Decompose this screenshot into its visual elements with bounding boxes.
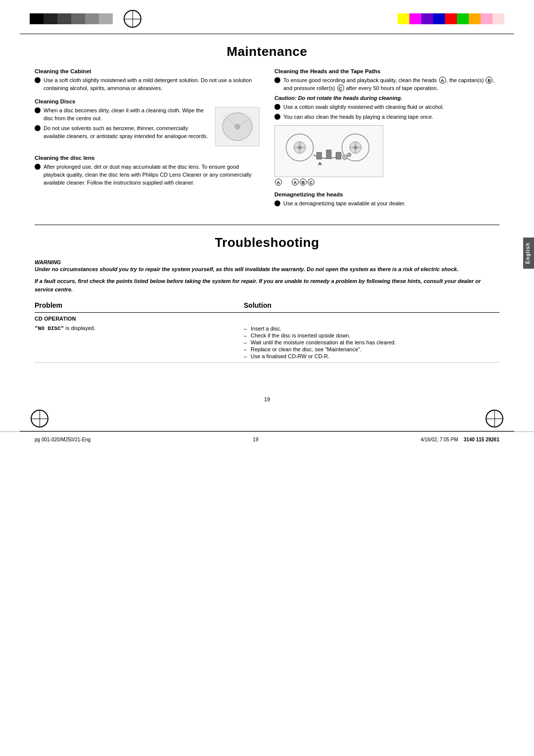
color-swatch-orange [469, 13, 481, 24]
problem-cell: "NO DISC" is displayed. [35, 323, 244, 363]
maintenance-title: Maintenance [35, 44, 499, 59]
page-number-area: 19 [0, 392, 534, 406]
solution-header: Solution [244, 299, 499, 313]
warning-block: WARNING Under no circumstances should yo… [35, 259, 499, 294]
table-header-row: Problem Solution [35, 299, 499, 313]
footer: pg 001-020/M250/21-Eng 19 4/16/02, 7:05 … [0, 431, 534, 447]
bullet-dot [274, 77, 280, 83]
page-number-center: 19 [0, 392, 534, 406]
color-swatch-light-pink [492, 13, 504, 24]
color-swatch-pink [481, 13, 492, 24]
crosshair-symbol-bl [31, 410, 48, 427]
cleaning-cabinet-text: Use a soft cloth slightly moistened with… [44, 77, 260, 93]
bottom-markers [0, 406, 534, 431]
problem-header: Problem [35, 299, 244, 313]
circle-c: C [308, 179, 314, 186]
bullet-item: After prolonged use, dirt or dust may ac… [35, 163, 260, 187]
tape-label-a: A [274, 179, 282, 186]
svg-point-18 [347, 153, 351, 157]
svg-rect-16 [336, 152, 341, 159]
cleaning-heads-text-3: You can also clean the heads by playing … [283, 113, 499, 121]
color-bar-area [0, 0, 534, 34]
bullet-item: Use a demagnetizing tape available at yo… [274, 200, 499, 208]
problem-solution-table: Problem Solution CD OPERATION "NO DISC" … [35, 299, 499, 363]
maintenance-section: Maintenance Cleaning the Cabinet Use a s… [0, 34, 534, 215]
tape-label-ab: ABC [291, 179, 315, 186]
cleaning-disc-lens-text: After prolonged use, dirt or dust may ac… [44, 163, 260, 187]
color-swatch-magenta [409, 13, 421, 24]
color-bar-right [398, 13, 504, 24]
tape-diagram-container: A A ABC [274, 125, 499, 186]
disc-image [215, 107, 260, 146]
circle-a2: A [292, 179, 299, 186]
list-item: Wait until the moisture condensation at … [244, 339, 499, 346]
tape-diagram-labels: A ABC [274, 179, 499, 186]
color-swatch-green [457, 13, 469, 24]
color-bar-left [30, 13, 113, 24]
warning-text: Under no circumstances should you try to… [35, 265, 499, 274]
maintenance-columns: Cleaning the Cabinet Use a soft cloth sl… [35, 68, 499, 210]
cleaning-heads-text-2: Use a cotton swab slightly moistened wit… [283, 103, 499, 111]
circle-a: A [275, 179, 282, 186]
label-c: C [337, 85, 344, 92]
svg-rect-14 [316, 152, 321, 159]
table-row: "NO DISC" is displayed. Insert a disc. C… [35, 323, 499, 363]
label-b: B [486, 77, 492, 84]
color-swatch [99, 13, 113, 24]
no-disc-label: is displayed. [64, 325, 95, 331]
list-item: Check if the disc is inserted upside dow… [244, 332, 499, 339]
cleaning-disc-lens-title: Cleaning the disc lens [35, 155, 260, 161]
label-a-svg: A [318, 161, 321, 166]
caution-text: Caution: Do not rotate the heads during … [274, 95, 499, 101]
cleaning-discs-content: When a disc becomes dirty, clean it with… [35, 107, 260, 149]
right-column: Cleaning the Heads and the Tape Paths To… [274, 68, 499, 210]
troubleshooting-section: Troubleshooting WARNING Under no circums… [0, 235, 534, 363]
circle-b: B [300, 179, 307, 186]
bullet-item: Use a cotton swab slightly moistened wit… [274, 103, 499, 111]
footer-right: 4/16/02, 7:05 PM 3140 115 29261 [420, 437, 499, 442]
crosshair-bottom-right [480, 409, 509, 428]
color-swatch [57, 13, 71, 24]
cleaning-heads-title: Cleaning the Heads and the Tape Paths [274, 68, 499, 74]
demagnetizing-text: Use a demagnetizing tape available at yo… [283, 200, 499, 208]
color-swatch-red [445, 13, 457, 24]
svg-rect-15 [326, 150, 331, 159]
crosshair-bottom-left [25, 409, 54, 428]
color-swatch [44, 13, 57, 24]
crosshair-symbol-br [486, 410, 503, 427]
crosshair-left [118, 9, 147, 29]
bullet-item: When a disc becomes dirty, clean it with… [35, 107, 210, 123]
color-swatch [85, 13, 99, 24]
label-a: A [439, 77, 446, 84]
color-swatch-yellow [398, 13, 409, 24]
section-divider [35, 225, 499, 225]
cleaning-discs-text-1: When a disc becomes dirty, clean it with… [44, 107, 210, 123]
bullet-dot [274, 114, 280, 120]
bullet-item: To ensure good recording and playback qu… [274, 77, 499, 93]
footer-left: pg 001-020/M250/21-Eng [35, 437, 90, 442]
demagnetizing-title: Demagnetizing the heads [274, 191, 499, 197]
footer-center: 19 [253, 437, 258, 442]
cleaning-cabinet-title: Cleaning the Cabinet [35, 68, 260, 74]
bullet-item: Do not use solvents such as benzene, thi… [35, 125, 210, 141]
list-item: Insert a disc. [244, 325, 499, 332]
info-text: If a fault occurs, first check the point… [35, 277, 499, 293]
color-swatch [30, 13, 44, 24]
bullet-dot [35, 77, 41, 83]
svg-point-17 [342, 155, 347, 160]
tape-path-diagram: A [274, 125, 383, 177]
bullet-dot [35, 125, 41, 131]
cleaning-discs-text-2: Do not use solvents such as benzene, thi… [44, 125, 210, 141]
warning-title: WARNING [35, 259, 499, 265]
color-swatch [71, 13, 85, 24]
language-tab: English [523, 237, 534, 269]
cleaning-discs-title: Cleaning Discs [35, 98, 260, 104]
cd-operation-label: CD OPERATION [35, 313, 499, 323]
color-swatch-purple [421, 13, 433, 24]
crosshair-symbol [124, 10, 141, 28]
color-swatch-blue [433, 13, 445, 24]
troubleshooting-title: Troubleshooting [35, 235, 499, 250]
bullet-dot [35, 107, 41, 113]
bullet-dot [35, 164, 41, 170]
no-disc-text: "NO DISC" [35, 326, 64, 331]
